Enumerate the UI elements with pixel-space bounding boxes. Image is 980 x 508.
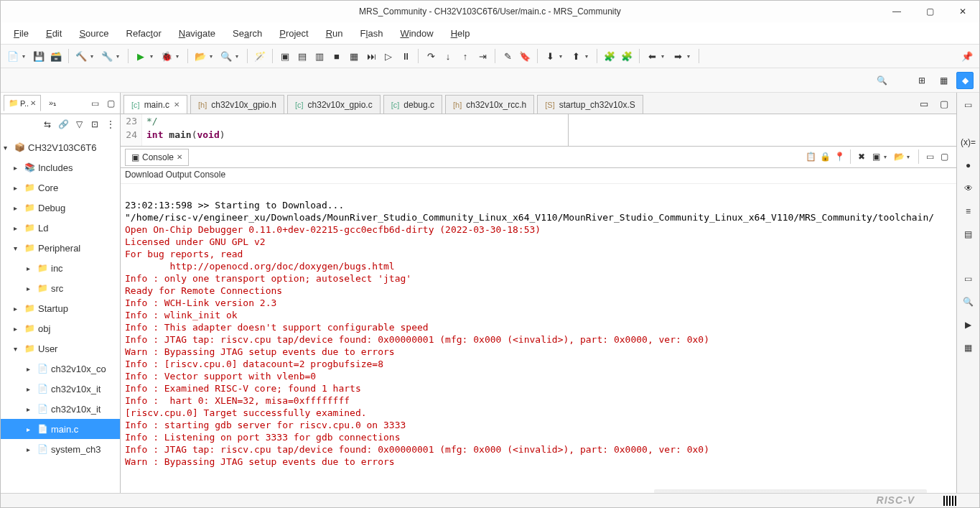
- maximize-console-icon[interactable]: ▢: [938, 150, 951, 163]
- pin-icon[interactable]: 📌: [959, 48, 975, 64]
- terminal-icon[interactable]: ▣: [277, 48, 293, 64]
- dropdown-icon[interactable]: ▾: [661, 53, 667, 60]
- minimize-console-icon[interactable]: ▭: [923, 150, 936, 163]
- editor-tab[interactable]: [h]ch32v10x_gpio.h: [190, 95, 284, 114]
- filter-icon[interactable]: ▽: [73, 118, 85, 131]
- search-icon[interactable]: 🔍: [218, 48, 234, 64]
- pin-console-icon[interactable]: 📍: [833, 150, 846, 163]
- modules-view-icon[interactable]: ▦: [961, 340, 976, 356]
- back-icon[interactable]: ⬅: [644, 48, 660, 64]
- dropdown-icon[interactable]: ▾: [90, 53, 96, 60]
- menu-file[interactable]: File: [6, 25, 36, 42]
- menu-source[interactable]: Source: [72, 25, 116, 42]
- console-icon[interactable]: ▤: [294, 48, 310, 64]
- other-view-tab[interactable]: »₁: [44, 95, 61, 111]
- close-button[interactable]: ✕: [946, 1, 979, 22]
- chip2-icon[interactable]: 🧩: [619, 48, 635, 64]
- close-icon[interactable]: ✕: [177, 153, 182, 161]
- editor-tab[interactable]: [c]debug.c: [383, 95, 442, 114]
- c-perspective-icon[interactable]: ▦: [935, 72, 952, 89]
- tree-item[interactable]: ▸📁src: [1, 278, 120, 298]
- editor-tab[interactable]: [h]ch32v10x_rcc.h: [445, 95, 534, 114]
- restore2-icon[interactable]: ▭: [961, 271, 976, 287]
- run-view-icon[interactable]: ▶: [961, 317, 976, 333]
- dropdown-icon[interactable]: ▾: [116, 53, 122, 60]
- stop-icon[interactable]: ■: [329, 48, 345, 64]
- save-icon[interactable]: 💾: [31, 48, 47, 64]
- menu-refactor[interactable]: Refactor: [119, 25, 169, 42]
- cursor-icon[interactable]: ✎: [500, 48, 515, 64]
- tree-item[interactable]: ▸📚Includes: [1, 157, 120, 177]
- menu-window[interactable]: Window: [393, 25, 440, 42]
- build-icon[interactable]: 🔨: [73, 48, 89, 64]
- step-icon[interactable]: ▥: [312, 48, 327, 64]
- menu-run[interactable]: Run: [319, 25, 350, 42]
- dropdown-icon[interactable]: ▾: [176, 53, 182, 60]
- search-access-icon[interactable]: 🔍: [873, 72, 890, 89]
- console-output[interactable]: 23:02:13:598 >> Starting to Download... …: [121, 184, 956, 493]
- dropdown-icon[interactable]: ▾: [884, 154, 890, 160]
- restart-icon[interactable]: ▦: [346, 48, 362, 64]
- tree-item[interactable]: ▸📄main.c: [1, 419, 120, 439]
- tree-item[interactable]: ▸📄system_ch3: [1, 439, 120, 459]
- open-folder-icon[interactable]: 📂: [192, 48, 208, 64]
- download-icon[interactable]: ⬇: [542, 48, 558, 64]
- step-out-icon[interactable]: ↑: [457, 48, 473, 64]
- close-icon[interactable]: ✕: [30, 99, 36, 107]
- collapse-all-icon[interactable]: ⇆: [41, 118, 54, 131]
- display-console-icon[interactable]: ▣: [869, 150, 882, 163]
- minimize-view-icon[interactable]: ▭: [88, 97, 101, 110]
- step-into-icon[interactable]: ↓: [440, 48, 456, 64]
- menu-edit[interactable]: Edit: [39, 25, 69, 42]
- wrench-icon[interactable]: 🔧: [99, 48, 115, 64]
- minimize-editor-icon[interactable]: ▭: [916, 96, 932, 111]
- menu-help[interactable]: Help: [444, 25, 477, 42]
- menu-search[interactable]: Search: [225, 25, 269, 42]
- tree-item[interactable]: ▸📄ch32v10x_co: [1, 359, 120, 379]
- dropdown-icon[interactable]: ▾: [150, 53, 156, 60]
- close-icon[interactable]: ✕: [174, 101, 179, 108]
- breakpoints-view-icon[interactable]: ●: [961, 157, 976, 173]
- step-over-icon[interactable]: ↷: [423, 48, 439, 64]
- tree-item[interactable]: ▸📁Ld: [1, 218, 120, 238]
- view-menu-icon[interactable]: ⋮: [104, 118, 117, 131]
- pause-icon[interactable]: ⏸: [398, 48, 414, 64]
- tree-root[interactable]: ▾ 📦 CH32V103C6T6: [1, 137, 120, 157]
- debug-perspective-icon[interactable]: ◆: [956, 72, 974, 89]
- tree-item[interactable]: ▸📁Debug: [1, 198, 120, 218]
- tree-item[interactable]: ▾📁Peripheral: [1, 238, 120, 258]
- editor-tab[interactable]: [c]main.c✕: [123, 95, 187, 114]
- remove-launch-icon[interactable]: ✖: [855, 150, 868, 163]
- editor-body[interactable]: 23 24 */ int main(void): [121, 114, 956, 147]
- wand-icon[interactable]: 🪄: [252, 48, 268, 64]
- menu-project[interactable]: Project: [272, 25, 315, 42]
- upload-icon[interactable]: ⬆: [568, 48, 584, 64]
- disasm-view-icon[interactable]: 🔍: [961, 294, 976, 310]
- memory-view-icon[interactable]: ▤: [961, 226, 976, 242]
- editor-tab[interactable]: [S]startup_ch32v10x.S: [537, 95, 643, 114]
- vars-view-icon[interactable]: (x)=: [961, 134, 976, 150]
- scroll-lock-icon[interactable]: 🔒: [818, 150, 831, 163]
- bookmark-icon[interactable]: 🔖: [517, 48, 533, 64]
- tree-item[interactable]: ▸📁inc: [1, 258, 120, 278]
- chip-icon[interactable]: 🧩: [602, 48, 617, 64]
- tree-item[interactable]: ▸📄ch32v10x_it: [1, 379, 120, 399]
- maximize-button[interactable]: ▢: [913, 1, 946, 22]
- step-return-icon[interactable]: ⇥: [475, 48, 490, 64]
- dropdown-icon[interactable]: ▾: [22, 53, 28, 60]
- clear-console-icon[interactable]: 📋: [804, 150, 817, 163]
- dropdown-icon[interactable]: ▾: [907, 154, 913, 160]
- focus-icon[interactable]: ⊡: [88, 118, 101, 131]
- dropdown-icon[interactable]: ▾: [585, 53, 591, 60]
- dropdown-icon[interactable]: ▾: [559, 53, 565, 60]
- save-all-icon[interactable]: 🗃️: [48, 48, 64, 64]
- restore-icon[interactable]: ▭: [961, 97, 976, 113]
- dropdown-icon[interactable]: ▾: [210, 53, 215, 60]
- console-tab[interactable]: ▣ Console ✕: [125, 149, 189, 166]
- new-icon[interactable]: 📄: [5, 48, 21, 64]
- dropdown-icon[interactable]: ▾: [235, 53, 241, 60]
- open-perspective-icon[interactable]: ⊞: [913, 72, 930, 89]
- registers-view-icon[interactable]: ≡: [961, 203, 976, 219]
- tree-item[interactable]: ▸📁Startup: [1, 298, 120, 318]
- menu-flash[interactable]: Flash: [353, 25, 391, 42]
